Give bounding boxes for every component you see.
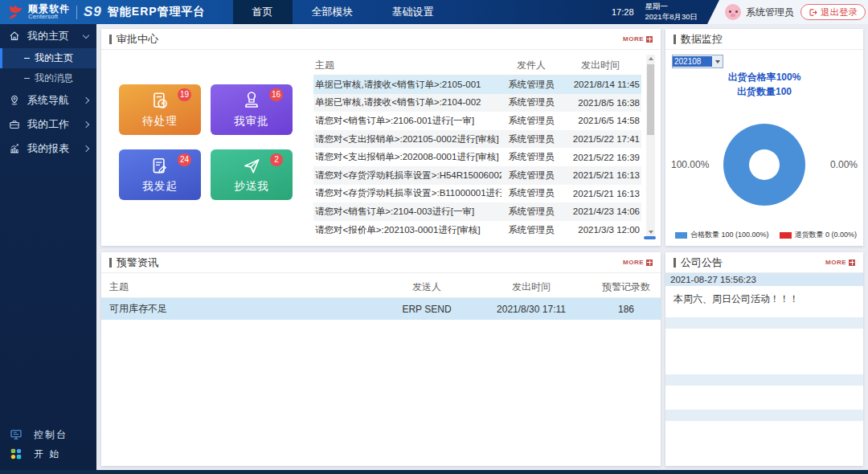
announcement-empty-space xyxy=(665,386,863,410)
tile-badge: 2 xyxy=(270,153,283,166)
data-monitor-header: 数据监控 xyxy=(665,29,863,50)
row-sender: 系统管理员 xyxy=(502,133,561,145)
title-bar-mark xyxy=(674,35,676,44)
row-time: 2021/5/22 16:39 xyxy=(561,153,641,162)
approval-row[interactable]: 单据已审核,请接收<销售订单>:2105-001 系统管理员 2021/8/14… xyxy=(313,76,641,94)
period-value: 202108 xyxy=(673,56,712,67)
approval-row[interactable]: 请您对<销售订单>:2106-001进行[一审] 系统管理员 2021/6/5 … xyxy=(313,112,641,130)
sidebar-subitem-my-home[interactable]: 我的主页 xyxy=(0,48,96,68)
col-sent-time: 发出时间 xyxy=(471,280,592,294)
dash-bullet xyxy=(24,78,30,80)
col-subject: 主题 xyxy=(109,280,383,294)
alert-row[interactable]: 可用库存不足 ERP SEND 2021/8/30 17:11 186 xyxy=(101,298,661,320)
tile-initiated-by-me[interactable]: 我发起 24 xyxy=(119,149,201,200)
start-icon xyxy=(10,447,23,460)
approval-row[interactable]: 请您对<存货浮动耗损率设置>:B11000001进行[审核] 系统管理员 202… xyxy=(313,185,641,203)
sidebar-item-label: 系统导航 xyxy=(27,93,69,108)
period-select[interactable]: 202108 xyxy=(672,55,723,68)
dash-bullet xyxy=(24,58,30,59)
user-avatar[interactable] xyxy=(725,4,741,20)
alerts-header: 预警资讯 MORE xyxy=(101,252,661,273)
row-subject: 请您对<销售订单>:2106-001进行[一审] xyxy=(313,115,502,127)
tab-all-modules[interactable]: 全部模块 xyxy=(293,0,373,24)
doc-pen-icon xyxy=(149,156,170,177)
logout-button[interactable]: 退出登录 xyxy=(800,4,866,20)
row-sender: 系统管理员 xyxy=(502,151,561,163)
tab-basic-settings[interactable]: 基础设置 xyxy=(373,0,453,24)
logout-label: 退出登录 xyxy=(821,6,858,18)
clock-date: 星期一 2021年8月30日 xyxy=(645,2,698,22)
row-subject: 请您对<报价单>:202103-0001进行[审核] xyxy=(313,224,502,236)
erp-home-screen: 顺景软件 Centersoft S9 智能ERP管理平台 首页 全部模块 基础设… xyxy=(0,0,868,474)
sidebar-item-label: 我的主页 xyxy=(27,29,69,43)
row-time: 2021/4/23 14:06 xyxy=(561,206,641,216)
main-nav: 首页 全部模块 基础设置 xyxy=(233,0,453,24)
row-time: 2021/8/14 11:45 xyxy=(561,80,641,89)
donut-label-right: 0.00% xyxy=(830,159,858,170)
approval-more-button[interactable]: MORE xyxy=(623,35,653,43)
date: 2021年8月30日 xyxy=(645,12,698,22)
scroll-down-arrow[interactable] xyxy=(646,228,655,236)
row-sender: 系统管理员 xyxy=(502,115,561,127)
sidebar-item-my-reports[interactable]: 我的报表 xyxy=(0,137,96,161)
approval-row[interactable]: 请您对<报价单>:202103-0001进行[审核] 系统管理员 2021/3/… xyxy=(313,221,641,239)
announcements-panel: 公司公告 MORE 2021-08-27 15:56:23 本周六、周日公司活动… xyxy=(665,252,863,466)
sidebar-item-my-home[interactable]: 我的主页 xyxy=(0,24,96,48)
more-label: MORE xyxy=(623,35,644,43)
sidebar-start-button[interactable]: 开 始 xyxy=(0,444,96,464)
scroll-up-arrow[interactable] xyxy=(646,55,655,63)
announcement-empty-band xyxy=(665,374,863,386)
topbar-user-area: 系统管理员 退出登录 xyxy=(707,0,868,24)
console-label: 控制台 xyxy=(34,428,68,442)
alerts-table-header: 主题 发送人 发出时间 预警记录数 xyxy=(101,277,661,298)
announcement-timestamp[interactable]: 2021-08-27 15:56:23 xyxy=(665,273,863,286)
tile-cc-to-me[interactable]: 抄送我 2 xyxy=(211,149,293,200)
sidebar-subitem-my-messages[interactable]: 我的消息 xyxy=(0,68,96,88)
approval-row[interactable]: 单据已审核,请接收<销售订单>:2104-002 系统管理员 2021/8/5 … xyxy=(313,94,641,112)
tile-label: 待处理 xyxy=(142,114,178,129)
approval-row[interactable]: 请您对<支出报销单>:202105-0002进行[审核] 系统管理员 2021/… xyxy=(313,130,641,149)
tile-pending[interactable]: 待处理 19 xyxy=(119,84,201,135)
scrollbar-thumb[interactable] xyxy=(647,64,654,135)
row-sender: 系统管理员 xyxy=(502,224,561,236)
row-time: 2021/3/3 12:00 xyxy=(561,225,641,235)
paper-plane-icon xyxy=(241,156,262,177)
col-sent-time: 发出时间 xyxy=(561,59,641,72)
start-label: 开 始 xyxy=(34,447,60,461)
title-bar-mark xyxy=(109,258,112,268)
sidebar-item-my-work[interactable]: 我的工作 xyxy=(0,112,96,137)
tab-home[interactable]: 首页 xyxy=(233,0,293,24)
approval-table-scrollbar[interactable] xyxy=(646,55,655,236)
more-grid-icon xyxy=(849,259,855,266)
logo-subtitle: Centersoft xyxy=(28,14,70,20)
row-time: 2021/5/21 16:13 xyxy=(561,170,641,180)
shipment-qty-text: 出货数量100 xyxy=(665,85,863,99)
donut-chart xyxy=(723,124,805,206)
horizontal-scrollbar-thumb[interactable] xyxy=(644,236,656,239)
row-subject: 请您对<存货浮动耗损率设置>:B11000001进行[审核] xyxy=(313,187,502,199)
col-alert-count: 预警记录数 xyxy=(592,280,661,294)
approval-row[interactable]: 请您对<销售订单>:2104-003进行[一审] 系统管理员 2021/4/23… xyxy=(313,202,641,221)
announcement-empty-band xyxy=(665,410,863,421)
col-sender: 发送人 xyxy=(383,280,471,294)
row-time: 2021/6/5 14:58 xyxy=(561,116,641,125)
announcements-more-button[interactable]: MORE xyxy=(825,259,855,266)
more-label: MORE xyxy=(623,259,644,266)
announcement-content: 本周六、周日公司活动！！！ xyxy=(665,286,863,317)
app-title: 智能ERP管理平台 xyxy=(108,5,206,19)
product-logo: S9 xyxy=(84,4,102,20)
panel-title: 预警资讯 xyxy=(117,255,158,270)
tile-badge: 19 xyxy=(178,88,191,101)
approval-row[interactable]: 请您对<支出报销单>:202008-0001进行[审核] 系统管理员 2021/… xyxy=(313,148,641,166)
sidebar-item-system-nav[interactable]: 系统导航 xyxy=(0,88,96,112)
sidebar-console-button[interactable]: 控制台 xyxy=(0,425,96,444)
approval-row[interactable]: 请您对<存货浮动耗损率设置>:H54R15006002进行[审核] 系统管理员 … xyxy=(313,166,641,185)
alerts-more-button[interactable]: MORE xyxy=(623,259,653,266)
tile-my-approvals[interactable]: 我审批 16 xyxy=(211,84,293,135)
data-monitor-panel: 数据监控 202108 出货合格率100% 出货数量100 100.00% 0.… xyxy=(665,29,863,246)
row-sender: 系统管理员 xyxy=(502,96,561,108)
clock-time: 17:28 xyxy=(612,7,634,17)
col-sender: 发件人 xyxy=(502,59,561,72)
approval-center-panel: 审批中心 MORE 待处理 19 xyxy=(101,29,661,246)
sidebar: 我的主页 我的主页 我的消息 系统导航 我的工作 xyxy=(0,24,96,470)
